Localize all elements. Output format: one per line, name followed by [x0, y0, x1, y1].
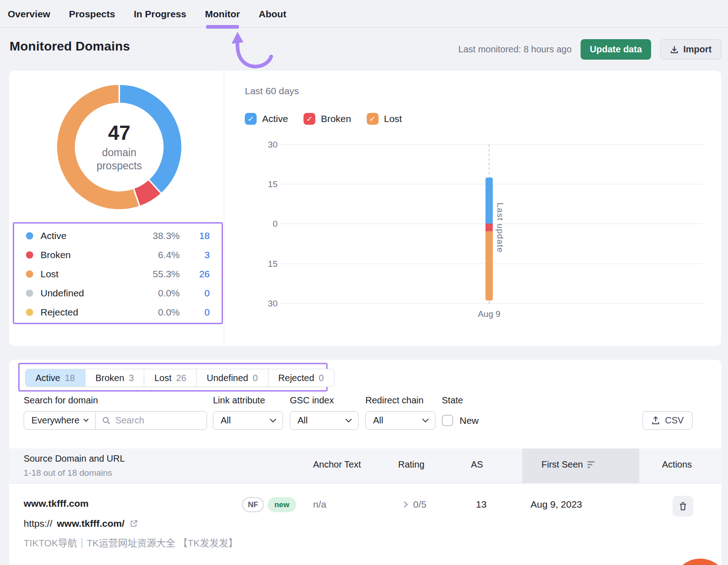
- active-dot-icon: [26, 232, 33, 239]
- undefined-dot-icon: [26, 290, 33, 297]
- column-first-seen-sort[interactable]: First Seen: [541, 459, 595, 470]
- tab-about[interactable]: About: [258, 0, 286, 28]
- tab-count: 3: [129, 373, 134, 383]
- column-source-domain: Source Domain and URL: [24, 453, 125, 464]
- row-anchor-text: n/a: [313, 499, 326, 510]
- link-attribute-select[interactable]: All: [213, 411, 283, 430]
- status-tabs: Active 18 Broken 3 Lost 26 Undefined 0 R…: [25, 369, 334, 387]
- checkbox-label: Broken: [321, 113, 351, 124]
- row-rating-expander[interactable]: 0/5: [402, 499, 426, 510]
- top-nav: Overview Prospects In Progress Monitor A…: [0, 0, 728, 28]
- tab-prospects[interactable]: Prospects: [69, 0, 115, 28]
- bar-segment-broken[interactable]: [485, 224, 493, 231]
- lost-checkbox[interactable]: [367, 113, 379, 125]
- trend-filter-active[interactable]: Active: [245, 113, 288, 125]
- trend-title: Last 60 days: [245, 86, 299, 97]
- trend-filter-broken[interactable]: Broken: [303, 113, 351, 125]
- tab-lost[interactable]: Lost 26: [144, 369, 197, 387]
- tab-rejected[interactable]: Rejected 0: [268, 369, 334, 387]
- trash-icon: [678, 501, 688, 511]
- y-axis-tick: 0: [258, 219, 278, 229]
- gsc-index-label: GSC index: [290, 395, 334, 406]
- tab-count: 0: [319, 373, 324, 383]
- legend-name: Broken: [40, 249, 125, 260]
- update-data-button[interactable]: Update data: [581, 39, 651, 60]
- search-scope-dropdown[interactable]: Everywhere: [24, 412, 96, 429]
- search-field[interactable]: [96, 415, 207, 426]
- csv-button-label: CSV: [665, 415, 683, 426]
- page-title: Monitored Domains: [10, 39, 130, 54]
- legend-percent: 0.0%: [125, 307, 180, 318]
- legend-name: Rejected: [40, 307, 125, 318]
- import-button[interactable]: Import: [660, 39, 721, 60]
- x-axis-tick: Aug 9: [466, 309, 512, 319]
- legend-row: Active 38.3% 18: [14, 226, 222, 245]
- tab-label: Undefined: [207, 373, 248, 383]
- legend-percent: 38.3%: [125, 230, 180, 241]
- row-rating-value: 0/5: [413, 499, 426, 510]
- url-path: www.tkfff.com/: [57, 518, 125, 529]
- legend-count-link[interactable]: 0: [180, 307, 210, 318]
- sort-descending-icon: [587, 461, 595, 468]
- chevron-down-icon: [422, 416, 429, 422]
- redirect-chain-select[interactable]: All: [365, 411, 435, 430]
- chevron-right-icon: [401, 501, 408, 508]
- y-axis-tick: 30: [258, 299, 278, 309]
- header-actions: Last monitored: 8 hours ago Update data …: [458, 39, 721, 60]
- state-new-checkbox[interactable]: [442, 415, 453, 426]
- legend-percent: 6.4%: [125, 249, 180, 260]
- tab-active[interactable]: Active 18: [25, 369, 86, 387]
- legend-name: Undefined: [40, 288, 125, 299]
- legend-row: Lost 55.3% 26: [14, 265, 222, 284]
- card-divider: [224, 71, 224, 346]
- y-axis-tick: 15: [258, 259, 278, 269]
- legend-count-link[interactable]: 18: [180, 230, 210, 241]
- donut-total: 47: [108, 122, 131, 144]
- tab-in-progress[interactable]: In Progress: [134, 0, 187, 28]
- export-icon: [651, 416, 660, 425]
- bar-segment-lost[interactable]: [485, 231, 493, 300]
- legend-percent: 0.0%: [125, 288, 180, 299]
- search-for-domain-label: Search for domain: [24, 395, 98, 406]
- url-prefix: https://: [24, 518, 52, 529]
- active-checkbox[interactable]: [245, 113, 257, 125]
- tab-count: 18: [65, 373, 75, 383]
- gridline: [280, 144, 703, 145]
- legend-count-link[interactable]: 0: [180, 288, 210, 299]
- chevron-down-icon: [345, 416, 352, 422]
- chevron-down-icon: [83, 417, 88, 422]
- chevron-down-icon: [270, 416, 276, 422]
- download-icon: [670, 45, 679, 54]
- domains-table-card: Active 18 Broken 3 Lost 26 Undefined 0 R…: [9, 360, 721, 565]
- bar-segment-active[interactable]: [485, 178, 493, 224]
- search-input[interactable]: [116, 415, 179, 426]
- legend-row: Broken 6.4% 3: [14, 245, 222, 265]
- broken-checkbox[interactable]: [303, 113, 315, 125]
- legend-name: Lost: [40, 269, 125, 280]
- donut-subtitle: domain prospects: [85, 146, 153, 173]
- tab-count: 0: [253, 373, 258, 383]
- row-page-title: TIKTOK导航｜TK运营网址资源大全 【TK发发发】: [24, 535, 238, 549]
- tab-undefined[interactable]: Undefined 0: [197, 369, 268, 387]
- delete-row-button[interactable]: [672, 496, 693, 517]
- tab-broken[interactable]: Broken 3: [86, 369, 145, 387]
- tab-overview[interactable]: Overview: [8, 0, 50, 28]
- last-update-annotation: Last update: [495, 203, 505, 253]
- donut-chart: 47 domain prospects: [56, 83, 183, 211]
- donut-legend: Active 38.3% 18 Broken 6.4% 3 Lost 55.3%…: [13, 222, 223, 324]
- tab-label: Active: [35, 373, 60, 383]
- gsc-index-select[interactable]: All: [290, 411, 359, 430]
- tab-monitor[interactable]: Monitor: [205, 0, 240, 28]
- legend-count-link[interactable]: 3: [180, 249, 210, 260]
- row-first-seen: Aug 9, 2023: [531, 499, 582, 510]
- column-as: AS: [471, 459, 483, 470]
- state-new-label: New: [460, 415, 479, 426]
- row-authority-score: 13: [476, 499, 486, 510]
- legend-row: Undefined 0.0% 0: [14, 284, 222, 303]
- legend-count-link[interactable]: 26: [180, 269, 210, 280]
- trend-filter-lost[interactable]: Lost: [367, 113, 402, 125]
- row-url-link[interactable]: https://www.tkfff.com/: [24, 518, 138, 529]
- export-csv-button[interactable]: CSV: [642, 411, 693, 430]
- import-button-label: Import: [683, 44, 712, 55]
- tab-label: Broken: [96, 373, 124, 383]
